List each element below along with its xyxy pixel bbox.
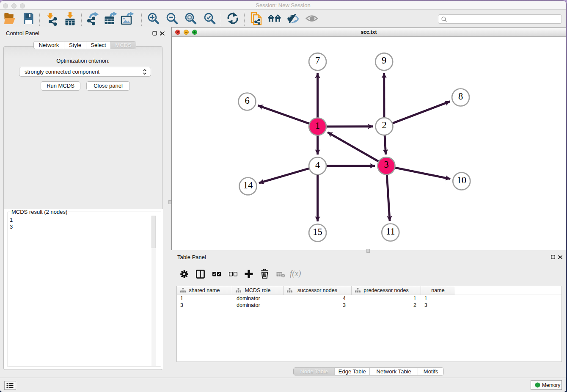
svg-text:1: 1 xyxy=(315,120,320,131)
svg-text:2: 2 xyxy=(382,120,386,130)
svg-text:10: 10 xyxy=(457,175,467,185)
svg-text:9: 9 xyxy=(382,55,386,66)
svg-text:11: 11 xyxy=(386,226,395,237)
svg-text:6: 6 xyxy=(245,95,249,106)
svg-text:14: 14 xyxy=(243,180,253,190)
svg-text:15: 15 xyxy=(313,226,322,237)
svg-text:4: 4 xyxy=(315,160,320,170)
svg-text:3: 3 xyxy=(384,159,388,170)
svg-text:7: 7 xyxy=(315,55,320,66)
svg-text:8: 8 xyxy=(458,91,463,102)
